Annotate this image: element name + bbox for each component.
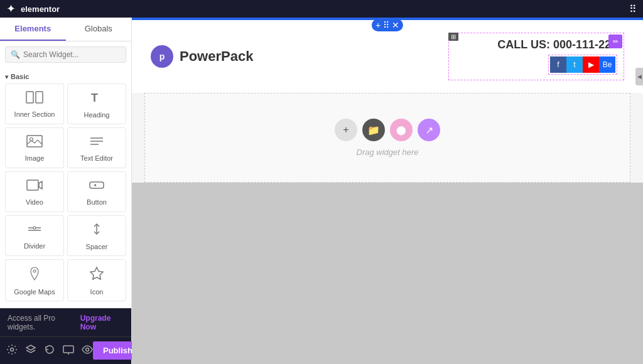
eye-icon[interactable] <box>82 344 93 358</box>
svg-rect-9 <box>90 182 104 188</box>
divider-icon <box>26 223 43 239</box>
grid-icon[interactable]: ⠿ <box>629 4 637 14</box>
video-icon <box>26 179 43 195</box>
search-input[interactable] <box>23 50 121 59</box>
main-layout: Elements Globals 🔍 ▾ Basic Inner Section <box>0 18 643 364</box>
widget-text-editor[interactable]: Text Editor <box>67 127 126 168</box>
drop-purple-button[interactable]: ↗ <box>418 119 440 141</box>
tab-globals[interactable]: Globals <box>66 18 132 41</box>
drop-add-button[interactable]: + <box>335 119 357 141</box>
top-bar-left: ✦ elementor <box>6 2 60 16</box>
icon-icon <box>89 266 104 285</box>
widget-spacer[interactable]: Spacer <box>67 215 126 256</box>
drop-area[interactable]: + 📁 ⬤ ↗ Drag widget here <box>144 93 630 183</box>
logo-circle: p <box>151 45 173 68</box>
widget-video[interactable]: Video <box>5 171 64 212</box>
search-icon: 🔍 <box>11 50 20 59</box>
widget-label-text-editor: Text Editor <box>80 154 113 162</box>
app-logo-icon: ✦ <box>6 2 16 16</box>
sidebar: Elements Globals 🔍 ▾ Basic Inner Section <box>0 18 132 364</box>
svg-marker-15 <box>90 267 103 279</box>
history-icon[interactable] <box>44 344 55 358</box>
settings-icon[interactable] <box>6 344 18 358</box>
widget-label-heading: Heading <box>84 111 110 119</box>
sidebar-tabs: Elements Globals <box>0 18 131 41</box>
call-us-text: CALL US: 000-111-222 <box>497 38 617 51</box>
widget-label-icon: Icon <box>90 288 104 296</box>
widgets-area: ▾ Basic Inner Section T Heading <box>0 68 131 308</box>
svg-text:T: T <box>91 92 98 104</box>
upgrade-bar: Access all Pro widgets. Upgrade Now <box>0 308 131 336</box>
spacer-icon <box>90 222 104 240</box>
logo-area: p PowerPack <box>151 45 253 68</box>
drag-widget-text: Drag widget here <box>357 147 419 157</box>
widget-label-video: Video <box>26 198 43 206</box>
bottom-left-icons <box>6 344 93 358</box>
svg-rect-0 <box>26 92 33 103</box>
add-section-icon[interactable]: + <box>376 20 381 30</box>
social-youtube-btn[interactable]: ▶ <box>583 56 599 73</box>
widget-label-inner-section: Inner Section <box>14 110 55 118</box>
basic-section-label: ▾ Basic <box>5 68 126 83</box>
widget-icon[interactable]: Icon <box>67 259 126 301</box>
drag-section-icon[interactable]: ⠿ <box>383 20 389 30</box>
widget-google-maps[interactable]: Google Maps <box>5 259 64 301</box>
svg-rect-1 <box>36 92 43 103</box>
drop-section-wrapper: + 📁 ⬤ ↗ Drag widget here <box>132 93 643 183</box>
image-icon <box>26 135 43 151</box>
collapse-handle[interactable]: ◀ <box>635 68 643 85</box>
delete-section-icon[interactable]: ✕ <box>392 20 399 30</box>
edit-icon[interactable]: ✏ <box>608 35 622 48</box>
upgrade-now-link[interactable]: Upgrade Now <box>80 314 124 331</box>
svg-rect-8 <box>27 180 38 190</box>
heading-icon: T <box>90 90 104 108</box>
call-us-section: ⊞ CALL US: 000-111-222 f t ▶ Be ✏ <box>448 33 624 80</box>
map-icon <box>27 266 42 285</box>
bottom-bar: Publish ▲ <box>0 336 131 364</box>
responsive-icon[interactable] <box>63 344 74 358</box>
upgrade-bar-text: Access all Pro widgets. <box>8 314 77 331</box>
layers-icon[interactable] <box>25 344 36 358</box>
widget-divider[interactable]: Divider <box>5 215 64 256</box>
grid-badge: ⊞ <box>448 33 458 41</box>
tab-elements[interactable]: Elements <box>0 18 66 41</box>
search-box: 🔍 <box>5 46 126 63</box>
social-twitter-btn[interactable]: t <box>566 56 583 73</box>
widget-button[interactable]: Button <box>67 171 126 212</box>
widget-heading[interactable]: T Heading <box>67 83 126 124</box>
text-editor-icon <box>89 135 105 151</box>
social-icons-row: f t ▶ Be <box>548 55 617 75</box>
widget-image[interactable]: Image <box>5 127 64 168</box>
drop-pink-button[interactable]: ⬤ <box>390 119 413 141</box>
social-behance-btn[interactable]: Be <box>599 56 615 73</box>
social-facebook-btn[interactable]: f <box>550 56 566 73</box>
button-icon <box>89 179 105 195</box>
widget-label-google-maps: Google Maps <box>14 288 55 296</box>
drop-actions: + 📁 ⬤ ↗ <box>335 119 440 141</box>
collapse-icon: ◀ <box>637 73 642 80</box>
widget-label-image: Image <box>25 154 45 162</box>
widget-inner-section[interactable]: Inner Section <box>5 83 64 124</box>
svg-point-19 <box>86 348 89 351</box>
canvas-area: + ⠿ ✕ p PowerPack ⊞ CALL US: 000-111-222… <box>132 18 643 364</box>
top-bar-right: ⠿ <box>629 3 637 15</box>
svg-rect-17 <box>63 346 73 353</box>
section-toolbar: + ⠿ ✕ <box>372 19 403 31</box>
widgets-grid: Inner Section T Heading Image <box>5 83 126 301</box>
widget-label-divider: Divider <box>24 242 45 250</box>
header-section: + ⠿ ✕ p PowerPack ⊞ CALL US: 000-111-222… <box>132 20 643 93</box>
inner-section-icon <box>26 91 43 107</box>
svg-point-11 <box>33 227 36 229</box>
svg-rect-3 <box>27 136 42 147</box>
logo-text: PowerPack <box>180 48 253 65</box>
widget-label-spacer: Spacer <box>86 243 108 250</box>
drop-folder-button[interactable]: 📁 <box>362 119 385 141</box>
widget-label-button: Button <box>87 198 107 206</box>
svg-point-16 <box>11 348 14 351</box>
top-bar: ✦ elementor ⠿ <box>0 0 643 18</box>
basic-section-arrow: ▾ <box>5 73 8 80</box>
app-title: elementor <box>21 4 60 14</box>
